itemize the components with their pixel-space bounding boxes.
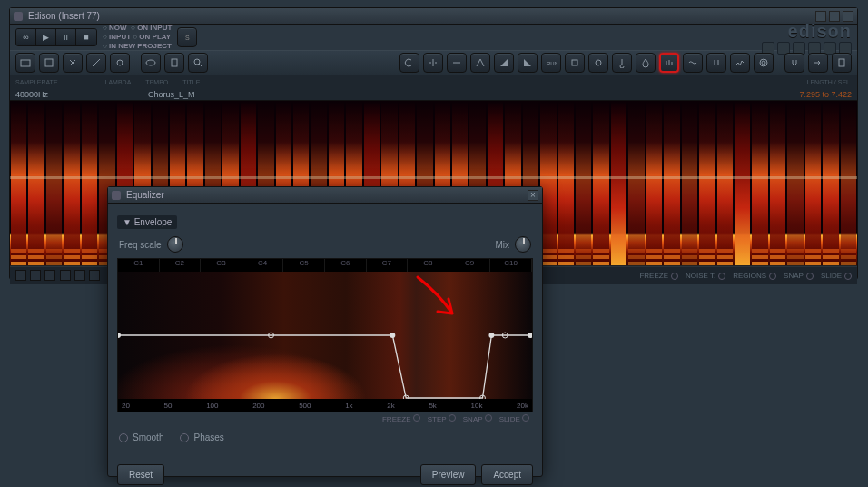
run-button[interactable]: RUN — [541, 53, 561, 73]
top-controls: ∞ ▶ II ■ ○ NOW ○ ON INPUT ○ INPUT ○ ON P… — [10, 25, 857, 50]
svg-point-11 — [118, 333, 121, 338]
status-icon-3[interactable] — [44, 270, 55, 281]
eq-step-toggle[interactable]: STEP — [428, 414, 456, 423]
phases-checkbox[interactable]: Phases — [180, 432, 223, 442]
mix-label: Mix — [495, 240, 509, 250]
drag-button[interactable] — [832, 53, 852, 73]
status-icon-6[interactable] — [89, 270, 100, 281]
transport: ∞ ▶ II ■ — [15, 28, 97, 46]
play-button[interactable]: ▶ — [36, 29, 56, 45]
svg-point-18 — [528, 333, 532, 338]
snap-toggle[interactable]: SNAP — [784, 272, 814, 280]
preview-button[interactable]: Preview — [420, 464, 477, 485]
normalize-button[interactable] — [470, 53, 490, 73]
view-button[interactable] — [141, 53, 161, 73]
regions-toggle[interactable]: REGIONS — [733, 272, 776, 280]
convolve-button[interactable] — [683, 53, 703, 73]
script-button[interactable] — [164, 53, 184, 73]
edit-button[interactable] — [86, 53, 106, 73]
equalizer-dialog: Equalizer × ▼ Envelope Freq scale Mix C1… — [107, 186, 543, 477]
edison-logo: edison — [788, 21, 852, 42]
file-save-button[interactable] — [39, 53, 59, 73]
title-value: Chorus_L_M — [148, 90, 195, 99]
pause-button[interactable]: II — [56, 29, 76, 45]
zoom-button[interactable] — [188, 53, 208, 73]
svg-point-3 — [146, 60, 155, 65]
envelope-curve[interactable] — [118, 272, 532, 399]
eq-freeze-toggle[interactable]: FREEZE — [382, 414, 420, 423]
reset-button[interactable]: Reset — [117, 464, 164, 485]
svg-point-13 — [390, 333, 395, 338]
svg-text:RUN: RUN — [547, 61, 557, 66]
svg-rect-10 — [839, 59, 844, 66]
svg-rect-0 — [21, 60, 30, 66]
mix-knob[interactable] — [515, 236, 531, 253]
svg-point-8 — [762, 61, 765, 65]
stretch-button[interactable] — [706, 53, 726, 73]
cut-button[interactable] — [63, 53, 83, 73]
src-button[interactable]: S — [177, 27, 197, 47]
dialog-close-icon[interactable]: × — [528, 190, 538, 201]
smooth-checkbox[interactable]: Smooth — [119, 432, 163, 442]
envelope-section-header[interactable]: ▼ Envelope — [117, 215, 177, 229]
fadein-button[interactable] — [494, 53, 514, 73]
dialog-menu-icon[interactable] — [112, 191, 121, 200]
blur-button[interactable] — [636, 53, 656, 73]
freq-ruler: 20501002005001k2k5k10k20k — [118, 399, 532, 412]
selection-range: 7.295 to 7.422 — [799, 90, 852, 99]
status-icon-4[interactable] — [60, 270, 71, 281]
noise-t-toggle[interactable]: NOISE T. — [686, 272, 725, 280]
slide-toggle[interactable]: SLIDE — [821, 272, 852, 280]
tool-button-1[interactable] — [110, 53, 130, 73]
reverb-button[interactable] — [754, 53, 774, 73]
freeze-toggle[interactable]: FREEZE — [639, 272, 678, 280]
amp-button[interactable] — [423, 53, 443, 73]
reverse-button[interactable] — [447, 53, 467, 73]
samplerate-value: 48000Hz — [15, 90, 48, 99]
accept-button[interactable]: Accept — [481, 464, 533, 485]
window-menu-icon[interactable] — [14, 12, 23, 21]
status-icon-1[interactable] — [15, 270, 26, 281]
tune-button[interactable] — [612, 53, 632, 73]
send-button[interactable] — [808, 53, 828, 73]
octave-ruler: C1C2C3C4C5C6C7C8C9C10 — [118, 259, 532, 272]
file-open-button[interactable] — [15, 53, 35, 73]
trim-button[interactable] — [565, 53, 585, 73]
eq-button[interactable] — [659, 53, 679, 73]
eq-slide-toggle[interactable]: SLIDE — [499, 414, 529, 423]
fadeout-button[interactable] — [518, 53, 538, 73]
svg-point-2 — [117, 60, 123, 65]
toolbar: RUN — [10, 50, 857, 75]
record-options[interactable]: ○ NOW ○ ON INPUT ○ INPUT ○ ON PLAY ○ IN … — [103, 24, 172, 51]
svg-point-16 — [488, 333, 494, 338]
svg-point-9 — [760, 59, 767, 66]
status-icon-2[interactable] — [30, 270, 41, 281]
denoise-button[interactable] — [730, 53, 750, 73]
eq-envelope-editor[interactable]: C1C2C3C4C5C6C7C8C9C10 20501002005001k2k5… — [117, 258, 533, 412]
titlebar[interactable]: Edison (Insert 77) — [10, 8, 857, 25]
window-title: Edison (Insert 77) — [28, 11, 100, 21]
freq-scale-knob[interactable] — [167, 236, 183, 253]
claw-button[interactable] — [784, 53, 804, 73]
eq-snap-toggle[interactable]: SNAP — [463, 414, 492, 423]
dialog-title: Equalizer — [126, 190, 164, 200]
stop-button[interactable]: ■ — [76, 29, 96, 45]
undo-button[interactable] — [399, 53, 419, 73]
svg-rect-1 — [45, 59, 53, 66]
svg-rect-7 — [572, 60, 577, 65]
svg-rect-4 — [172, 59, 177, 66]
loop-tool-button[interactable] — [588, 53, 608, 73]
loop-button[interactable]: ∞ — [16, 29, 36, 45]
status-icon-5[interactable] — [74, 270, 85, 281]
freq-scale-label: Freq scale — [119, 240, 162, 250]
